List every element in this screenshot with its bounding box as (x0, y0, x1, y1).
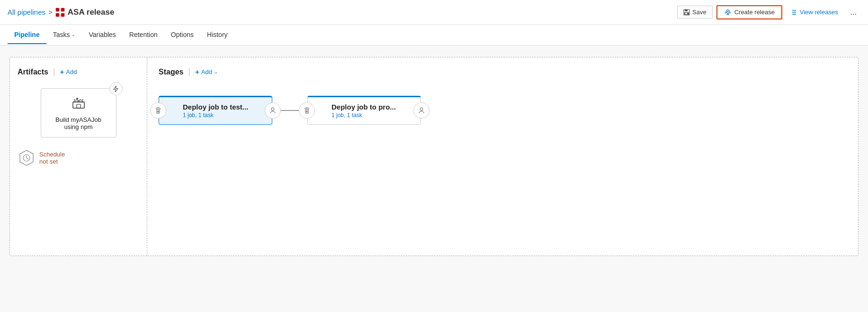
artifact-name: Build myASAJob using npm (55, 116, 101, 130)
stage1-inner: Deploy job to test... 1 job, 1 task (159, 97, 272, 124)
stage2-pre-condition-icon[interactable] (299, 102, 315, 119)
list-icon (791, 9, 797, 16)
save-icon (683, 9, 690, 16)
view-releases-label: View releases (800, 9, 838, 16)
stage2-info: 1 job, 1 task (331, 112, 413, 119)
stage1-wrapper: Deploy job to test... 1 job, 1 task (159, 96, 272, 125)
stage1-info: 1 job, 1 task (183, 112, 264, 119)
tab-retention[interactable]: Retention (123, 26, 164, 44)
svg-rect-0 (56, 8, 59, 11)
schedule-value: not set (39, 158, 65, 165)
stages-panel: Stages | + Add ⌄ (147, 57, 858, 256)
artifact-card[interactable]: Build myASAJob using npm (41, 88, 116, 138)
svg-point-29 (306, 111, 308, 112)
svg-rect-2 (56, 13, 59, 17)
breadcrumb-separator: > (48, 8, 53, 16)
nav-tabs: Pipeline Tasks ⌄ Variables Retention Opt… (0, 25, 868, 46)
add-artifact-plus: + (60, 68, 64, 76)
stage1-card[interactable]: Deploy job to test... 1 job, 1 task (159, 96, 272, 125)
stages-content: Deploy job to test... 1 job, 1 task (159, 96, 847, 125)
more-options-label: ... (850, 8, 857, 16)
add-artifact-label: Add (66, 68, 77, 75)
svg-rect-1 (61, 8, 64, 11)
all-pipelines-link[interactable]: All pipelines (8, 8, 45, 16)
svg-rect-12 (73, 102, 84, 108)
tasks-chevron-icon: ⌄ (72, 32, 75, 37)
main-canvas: Artifacts | + Add (0, 46, 868, 312)
breadcrumb: All pipelines > ASA release (8, 8, 677, 17)
tab-tasks[interactable]: Tasks ⌄ (46, 26, 82, 44)
artifacts-panel-header: Artifacts | + Add (18, 67, 139, 77)
view-releases-button[interactable]: View releases (786, 6, 843, 18)
add-stage-chevron-icon: ⌄ (214, 69, 218, 74)
rocket-icon (724, 9, 732, 16)
pipeline-canvas: Artifacts | + Add (9, 57, 859, 256)
svg-point-30 (420, 108, 423, 110)
stage2-wrapper: Deploy job to pro... 1 job, 1 task (307, 96, 421, 125)
schedule-label: Schedule (39, 151, 65, 158)
stage1-name: Deploy job to test... (183, 103, 264, 111)
svg-point-26 (158, 111, 159, 112)
artifacts-title: Artifacts (18, 68, 48, 76)
svg-rect-7 (685, 13, 687, 14)
stage2-card[interactable]: Deploy job to pro... 1 job, 1 task (307, 96, 421, 125)
stage1-post-condition-icon[interactable] (265, 102, 281, 119)
stage2-post-condition-icon[interactable] (413, 102, 430, 119)
schedule-icon (18, 149, 36, 167)
save-button[interactable]: Save (677, 6, 713, 18)
artifact-trigger-icon (109, 82, 123, 95)
schedule-section[interactable]: Schedule not set (18, 149, 139, 167)
svg-point-8 (727, 10, 728, 12)
schedule-text: Schedule not set (39, 151, 65, 165)
create-release-label: Create release (734, 9, 775, 16)
save-label: Save (692, 9, 707, 16)
tab-history[interactable]: History (200, 26, 234, 44)
svg-rect-5 (685, 9, 688, 11)
stage2-name: Deploy job to pro... (331, 103, 413, 111)
svg-rect-16 (77, 104, 81, 108)
stages-title: Stages (159, 68, 183, 76)
tab-variables[interactable]: Variables (82, 26, 122, 44)
stage1-pre-condition-icon[interactable] (150, 102, 166, 119)
add-stage-label: Add (201, 68, 212, 75)
add-stage-button[interactable]: + Add ⌄ (195, 68, 218, 76)
artifact-build-icon (72, 95, 86, 112)
tab-pipeline[interactable]: Pipeline (8, 26, 46, 44)
svg-rect-3 (61, 13, 64, 17)
svg-line-24 (27, 158, 28, 159)
more-options-button[interactable]: ... (847, 6, 860, 19)
stages-panel-header: Stages | + Add ⌄ (159, 67, 847, 77)
add-artifact-button[interactable]: + Add (60, 68, 77, 76)
stage2-inner: Deploy job to pro... 1 job, 1 task (308, 97, 421, 124)
svg-point-27 (271, 108, 274, 110)
pipeline-name-text: ASA release (68, 8, 115, 17)
tab-options[interactable]: Options (164, 26, 200, 44)
add-stage-plus: + (195, 68, 199, 76)
header-actions: Save Create release View releases ... (677, 5, 860, 19)
artifacts-panel: Artifacts | + Add (10, 57, 147, 256)
pipeline-icon (55, 8, 65, 17)
pipeline-title: ASA release (55, 8, 115, 17)
header: All pipelines > ASA release Save (0, 0, 868, 25)
create-release-button[interactable]: Create release (716, 5, 782, 19)
